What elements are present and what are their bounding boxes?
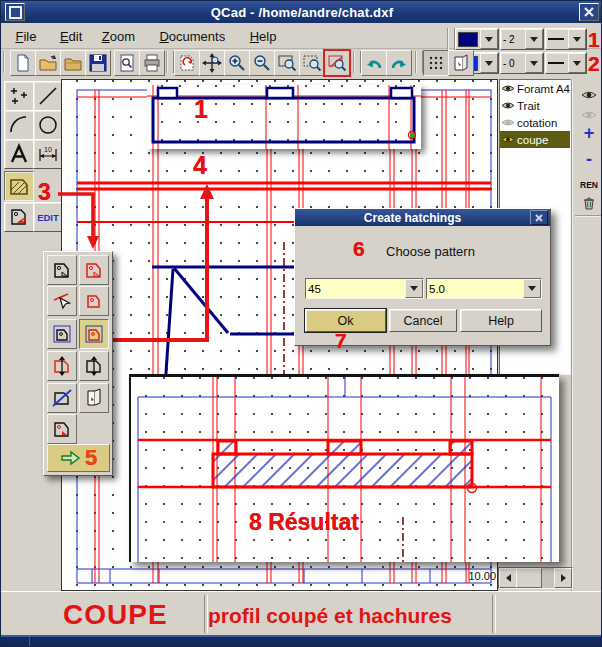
print-button[interactable] [139,50,165,76]
hatch-move-down-button[interactable] [79,351,109,381]
pen1-color-dropdown[interactable] [480,29,498,49]
menu-file[interactable]: File [11,27,40,46]
menu-zoom[interactable]: Zoom [98,27,139,46]
status-separator [492,595,496,633]
annotation-step-4: 4 [193,153,207,178]
pan-zoom-button[interactable] [199,50,225,76]
arc-icon [8,114,30,136]
hatch-extra-button[interactable] [47,414,77,444]
zoom-in-button[interactable] [224,50,250,76]
hatch-tool-button[interactable] [4,171,34,201]
zoom-out-button[interactable] [249,50,275,76]
line-tool-button[interactable] [33,81,63,111]
scroll-left-button[interactable] [499,568,517,588]
title-bar: QCad - /home/andre/chat.dxf [1,1,602,23]
pattern-dropdown[interactable] [405,279,423,298]
pattern-value: 45 [306,279,405,298]
circle-tool-button[interactable] [33,110,63,140]
menu-help[interactable]: Help [246,27,281,46]
open-folder-button[interactable] [60,50,86,76]
pen1-style-combo[interactable] [545,28,587,50]
hatch-pick-entity-button[interactable] [47,286,77,316]
arc-tool-button[interactable] [4,110,34,140]
flyout-next-button[interactable]: 5 [47,444,110,472]
hatch-move-up-button[interactable] [47,351,77,381]
points-tool-button[interactable] [4,81,34,111]
eye-hidden-icon [501,117,515,128]
horizontal-scrollbar[interactable] [498,567,573,589]
redraw-icon [177,53,197,73]
print-preview-button[interactable] [114,50,140,76]
scale-dropdown[interactable] [523,279,541,298]
toolbar-handle[interactable] [447,28,455,50]
pen1-width-dropdown[interactable] [525,29,543,49]
zoom-auto-button[interactable] [299,50,325,76]
hatch-contour-button[interactable] [47,255,77,285]
toolbar-handle[interactable] [415,51,423,73]
window-menu-button[interactable] [5,3,25,21]
scroll-right-button[interactable] [554,568,572,588]
zoom-window-button[interactable] [274,50,300,76]
save-document-button[interactable] [85,50,111,76]
layer-add-button[interactable]: + [577,121,601,145]
layer-trash-button[interactable] [577,191,601,215]
redraw-button[interactable] [174,50,200,76]
pen1-color-combo[interactable] [455,28,499,50]
desktop-taskbar[interactable] [1,635,602,647]
open-document-button[interactable] [35,50,61,76]
help-button[interactable]: Help [460,309,542,332]
select-contour-icon [83,323,105,345]
points-icon [8,85,30,107]
main-toolbar [1,48,455,77]
pen1-style-dropdown[interactable] [568,29,586,49]
layer-name: Foramt A4 [517,83,570,95]
scale-combo[interactable]: 5.0 [426,278,542,299]
pen1-width-combo[interactable]: - 2 [500,28,544,50]
hatch-pick-contour-button[interactable] [79,286,109,316]
layer-row-coupe[interactable]: coupe [500,131,570,148]
pen2-color-dropdown[interactable] [480,53,498,73]
close-button[interactable] [579,3,599,21]
previous-view-button[interactable] [324,50,350,76]
hatch-select-window-button[interactable] [47,319,77,349]
snap-icon [8,206,30,228]
cancel-button[interactable]: Cancel [389,309,457,332]
pen2-width-combo[interactable]: - 0 [500,52,544,74]
pen2-style-dropdown[interactable] [568,53,586,73]
qcad-window: QCad - /home/andre/chat.dxf File Edit Zo… [0,0,602,647]
hatch-select-contour-button[interactable] [79,319,109,349]
text-tool-button[interactable] [4,139,34,169]
pen2-style-combo[interactable] [545,52,587,74]
divider [575,215,601,217]
layer-row-foramt-a4[interactable]: Foramt A4 [500,80,570,97]
annotation-step-1-canvas: 1 [194,97,208,122]
menu-edit[interactable]: Edit [56,27,86,46]
menu-documents[interactable]: Documents [155,27,229,46]
dialog-title-bar[interactable]: Create hatchings [295,209,550,226]
toolbar-handle[interactable] [166,51,174,73]
eye-visible-icon [501,134,515,145]
dialog-close-button[interactable] [530,210,548,225]
annotation-step-8: 8 Résultat [249,511,359,534]
grid-toggle-button[interactable] [423,50,449,76]
arrow-left-icon [506,574,511,582]
layer-row-cotation[interactable]: cotation [500,114,570,131]
scroll-thumb[interactable] [516,568,542,588]
layer-remove-button[interactable]: - [577,147,601,171]
hatch-flip-button[interactable] [79,383,109,413]
layer-row-trait[interactable]: Trait [500,97,570,114]
views-button[interactable] [448,50,474,76]
pen2-width-dropdown[interactable] [525,53,543,73]
ok-label: Ok [338,314,354,328]
snap-tool-button[interactable] [4,202,34,232]
create-hatchings-dialog: Create hatchings 6 Choose pattern 45 5.0… [294,208,551,346]
undo-button[interactable] [361,50,387,76]
new-document-button[interactable] [10,50,36,76]
dimension-tool-button[interactable]: 10 [33,139,63,169]
zoom-window-icon [277,53,297,73]
toolbar-handle[interactable] [353,51,361,73]
redo-button[interactable] [386,50,412,76]
pattern-combo[interactable]: 45 [305,278,424,299]
hatch-create-button[interactable] [79,255,109,285]
hatch-delete-button[interactable] [47,383,77,413]
